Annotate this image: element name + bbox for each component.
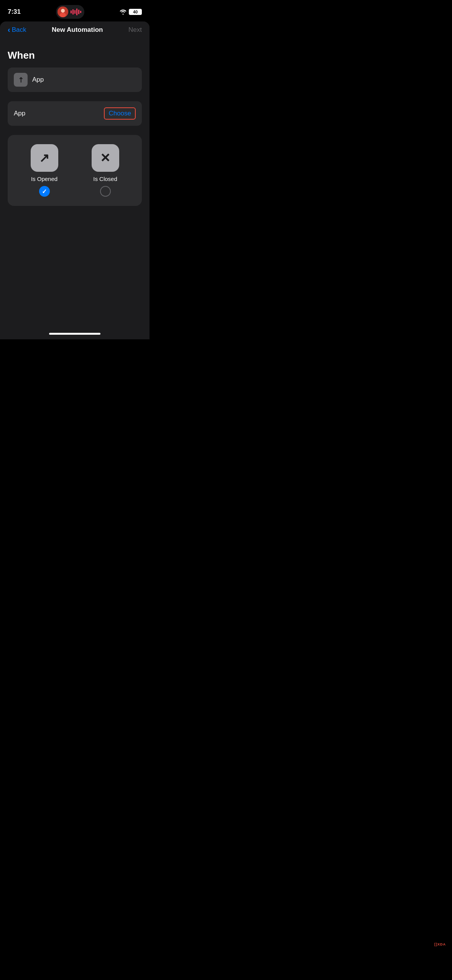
is-closed-option[interactable]: ✕ Is Closed (92, 144, 119, 197)
when-label: When (8, 49, 142, 61)
audio-bar-3 (74, 10, 76, 14)
home-indicator (49, 333, 100, 335)
home-indicator-area (0, 309, 150, 339)
checkmark-icon: ✓ (42, 188, 47, 195)
status-time: 7:31 (8, 8, 21, 16)
x-icon: ✕ (100, 151, 110, 165)
is-opened-option[interactable]: ↗ Is Opened ✓ (31, 144, 58, 197)
app-choose-row: App Choose (8, 101, 142, 126)
navigation-bar: ‹ Back New Automation Next (0, 21, 150, 40)
audio-bar-2 (72, 9, 74, 15)
status-center (56, 5, 84, 19)
is-opened-icon-box: ↗ (31, 144, 58, 172)
arrow-up-right-icon: ↗ (39, 151, 49, 165)
main-content: When ↗ App App Choose ↗ Is Opened ✓ (0, 40, 150, 309)
back-button[interactable]: ‹ Back (8, 25, 26, 34)
audio-bar-1 (71, 10, 72, 13)
choose-row-label: App (14, 110, 25, 117)
app-trigger-icon-box: ↗ (14, 73, 28, 87)
app-trigger-row[interactable]: ↗ App (8, 67, 142, 92)
arrow-up-right-icon: ↗ (16, 75, 26, 85)
status-right: 40 (120, 9, 142, 15)
status-bar: 7:31 40 (0, 0, 150, 21)
back-label: Back (12, 26, 26, 34)
is-closed-radio[interactable] (100, 186, 111, 197)
avatar (58, 7, 68, 17)
is-opened-radio[interactable]: ✓ (39, 186, 50, 197)
is-closed-icon-box: ✕ (92, 144, 119, 172)
nav-title: New Automation (52, 26, 103, 34)
audio-bar-5 (78, 10, 79, 14)
next-button[interactable]: Next (128, 26, 142, 34)
audio-bar-6 (80, 11, 81, 13)
battery-indicator: 40 (129, 9, 142, 15)
is-opened-label: Is Opened (31, 176, 58, 182)
svg-point-1 (61, 9, 65, 13)
options-panel: ↗ Is Opened ✓ ✕ Is Closed (8, 135, 142, 206)
audio-bars (71, 8, 81, 15)
svg-point-2 (60, 13, 66, 17)
wifi-icon (120, 9, 127, 15)
is-closed-label: Is Closed (93, 176, 117, 182)
choose-button[interactable]: Choose (104, 107, 136, 120)
app-trigger-label: App (32, 76, 44, 84)
audio-bar-4 (76, 8, 77, 15)
chevron-left-icon: ‹ (8, 25, 10, 34)
